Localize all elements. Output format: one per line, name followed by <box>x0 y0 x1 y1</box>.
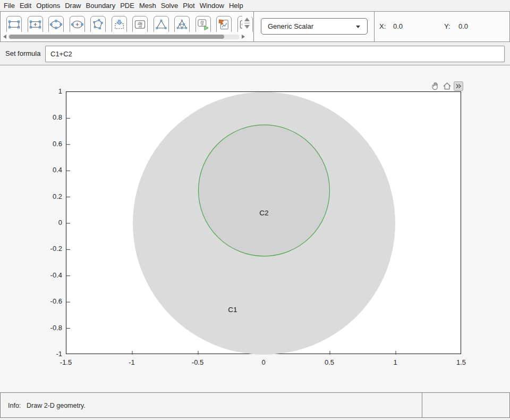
scroll-right-icon[interactable] <box>242 35 245 39</box>
y-tick-label: -0.2 <box>37 245 62 253</box>
x-tick-label: -1.5 <box>50 358 82 367</box>
plot-solution-icon <box>217 17 231 32</box>
menu-item-draw[interactable]: Draw <box>65 2 81 10</box>
pan-hand-icon[interactable] <box>430 81 440 91</box>
y-tick-label: 0.2 <box>37 192 62 201</box>
equation-type-value: Generic Scalar <box>268 22 313 30</box>
draw-polygon-icon <box>91 17 105 32</box>
status-bar-info: Info: Draw 2-D geometry. <box>0 392 422 418</box>
spinner-up-icon[interactable] <box>244 18 250 21</box>
scrollbar-thumb[interactable] <box>9 35 224 39</box>
info-text: Draw 2-D geometry. <box>27 402 86 409</box>
initialize-mesh-icon <box>154 17 168 32</box>
y-tick-label: -1 <box>37 350 62 358</box>
geometry-c2-circle <box>199 125 330 256</box>
menu-item-boundary[interactable]: Boundary <box>86 2 116 10</box>
toolbar-spinner <box>242 15 251 31</box>
x-tick-label: -1 <box>116 358 148 367</box>
y-tick-label: 1 <box>37 87 62 96</box>
plot-axes[interactable]: C2 C1 <box>66 91 461 354</box>
scrollbar-track[interactable] <box>8 35 240 39</box>
status-bar-extra <box>422 392 510 418</box>
y-coord-label: Y: <box>444 22 450 30</box>
draw-rectangle-icon <box>7 17 21 32</box>
x-tick-label: 0 <box>248 358 279 367</box>
x-tick-label: 1.5 <box>445 358 477 367</box>
y-tick-label: -0.6 <box>37 297 62 306</box>
y-tick-label: 0.4 <box>37 166 62 174</box>
toolbar-scrollbar <box>1 32 253 42</box>
menu-item-window[interactable]: Window <box>200 2 224 10</box>
x-tick-label: 1 <box>379 358 411 367</box>
y-coord-value: 0.0 <box>458 22 468 30</box>
drawing-toolbar: ∂u ∂t <box>0 11 254 42</box>
geometry-canvas: C2 C1 <box>66 92 462 355</box>
menu-item-plot[interactable]: Plot <box>183 2 194 10</box>
geometry-c2-label: C2 <box>259 209 268 217</box>
axes-toolbar <box>430 81 463 91</box>
geometry-c1-label: C1 <box>228 306 237 314</box>
y-tick-label: 0 <box>37 219 62 227</box>
menu-bar: File Edit Options Draw Boundary PDE Mesh… <box>0 0 510 11</box>
y-tick-label: -0.8 <box>37 324 62 332</box>
double-chevron-icon <box>454 82 463 90</box>
y-tick-label: 0.6 <box>37 140 62 148</box>
refine-mesh-icon <box>175 17 189 32</box>
set-formula-label: Set formula <box>5 42 40 65</box>
menu-item-solve[interactable]: Solve <box>161 2 178 10</box>
set-formula-bar: Set formula <box>0 42 510 65</box>
spinner-down-icon[interactable] <box>244 25 250 29</box>
x-coord-value: 0.0 <box>393 22 403 30</box>
chevron-down-icon <box>356 26 360 28</box>
x-tick-label: -0.5 <box>182 358 214 367</box>
menu-item-mesh[interactable]: Mesh <box>139 2 156 10</box>
y-tick-label: 0.8 <box>37 113 62 122</box>
boundary-mode-icon <box>112 17 126 32</box>
set-formula-input[interactable] <box>45 46 505 62</box>
x-tick-label: 0.5 <box>313 358 345 367</box>
menu-item-edit[interactable]: Edit <box>20 2 31 10</box>
draw-ellipse-icon <box>49 17 63 32</box>
y-tick-label: -0.4 <box>37 271 62 280</box>
svg-text:∂t: ∂t <box>200 23 203 26</box>
home-icon[interactable] <box>442 81 452 91</box>
solve-pde-icon: ∂u ∂t <box>196 17 210 32</box>
x-coord-label: X: <box>379 22 386 30</box>
pde-specification-icon: ∂u ∂t <box>133 17 147 32</box>
menu-item-options[interactable]: Options <box>36 2 60 10</box>
equation-type-panel: Generic Scalar <box>253 11 375 42</box>
menu-item-help[interactable]: Help <box>229 2 243 10</box>
menu-item-pde[interactable]: PDE <box>120 2 134 10</box>
spinner-divider <box>244 23 250 23</box>
info-label: Info: <box>8 402 21 409</box>
draw-ellipse-centered-icon <box>70 17 84 32</box>
draw-rectangle-centered-icon <box>28 17 42 32</box>
scroll-left-icon[interactable] <box>3 35 6 39</box>
equation-type-dropdown[interactable]: Generic Scalar <box>261 18 368 35</box>
menu-item-file[interactable]: File <box>4 2 15 10</box>
header-row: ∂u ∂t <box>0 11 510 42</box>
more-tools-button[interactable] <box>454 81 463 91</box>
geometry-figure: 1 0.8 0.6 0.4 0.2 0 -0.2 -0.4 -0.6 -0.8 … <box>0 65 510 392</box>
coordinate-readout: X: 0.0 Y: 0.0 <box>374 11 510 42</box>
